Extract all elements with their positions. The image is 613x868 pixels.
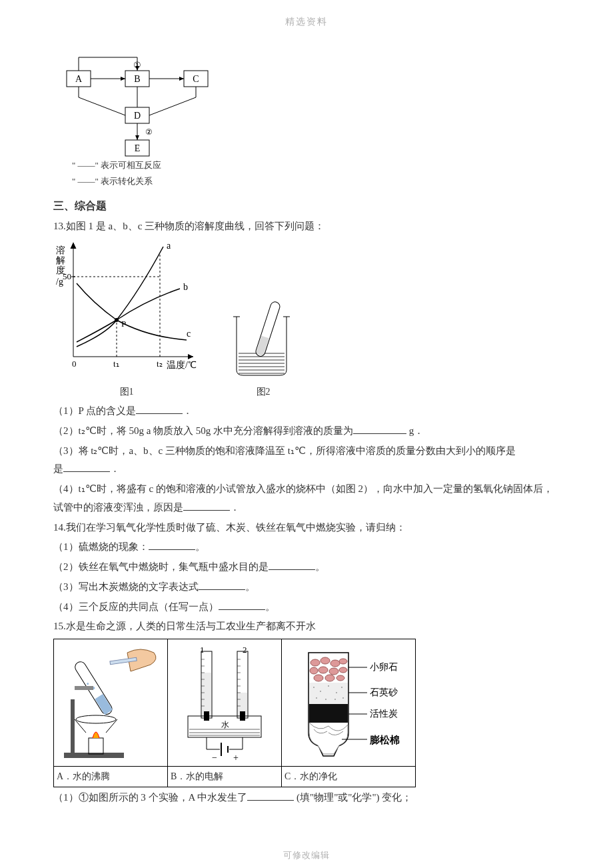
svg-line-53 — [75, 719, 86, 733]
svg-point-37 — [115, 318, 119, 322]
svg-point-95 — [320, 657, 330, 664]
svg-text:A: A — [75, 74, 83, 84]
flow-diagram-svg: A B C D E ① ② — [53, 51, 227, 157]
q13-p4: （4）t₁℃时，将盛有 c 的饱和溶液的小试管放入盛水的烧杯中（如图 2），向水… — [53, 480, 560, 517]
svg-text:−: − — [212, 753, 217, 763]
svg-text:C: C — [193, 74, 199, 84]
page-header-note: 精选资料 — [53, 13, 560, 31]
svg-point-103 — [325, 675, 334, 681]
svg-point-114 — [342, 697, 344, 699]
q15-stem: 15.水是生命之源，人类的日常生活与工农业生产都离不开水 — [53, 617, 560, 636]
svg-line-54 — [106, 719, 117, 733]
svg-point-109 — [336, 692, 337, 693]
svg-point-104 — [336, 675, 344, 681]
q14-p2-blank[interactable] — [269, 559, 315, 570]
q14-p1: （1）硫燃烧的现象：。 — [53, 538, 560, 557]
flow-diagram: A B C D E ① ② " ——" 表示可相互反应 " ——" 表示转化关 — [53, 51, 560, 189]
q13-p3-end: ． — [110, 463, 120, 474]
svg-text:t₁: t₁ — [113, 359, 119, 369]
filter-label-pebble: 小卵石 — [370, 662, 398, 672]
svg-text:a: a — [167, 241, 171, 251]
svg-marker-20 — [188, 354, 193, 359]
q15-cap-b: B．水的电解 — [168, 767, 282, 787]
q13-fig2-caption: 图2 — [227, 383, 300, 401]
q14-p3-end: 。 — [245, 581, 255, 592]
svg-text:E: E — [135, 143, 141, 153]
q13-p2-blank[interactable] — [353, 423, 406, 434]
boiling-water-icon — [54, 639, 167, 766]
q13-p4-end: ． — [230, 502, 240, 513]
q15-cell-b: 1 2 水 — [168, 639, 282, 767]
q13-p4-text: （4）t₁℃时，将盛有 c 的饱和溶液的小试管放入盛水的烧杯中（如图 2），向水… — [53, 483, 553, 513]
svg-text:0: 0 — [72, 359, 77, 369]
filter-label-charcoal: 活性炭 — [370, 709, 398, 719]
q14-p3-blank[interactable] — [199, 579, 245, 590]
svg-point-112 — [325, 699, 326, 700]
svg-text:水: 水 — [221, 720, 229, 729]
q14-p3: （3）写出木炭燃烧的文字表达式。 — [53, 578, 560, 597]
q13-figure-1: 溶 解 度 /g 50 0 t₁ t₂ a b — [53, 237, 200, 401]
svg-text:+: + — [233, 753, 239, 763]
q13-fig1-caption: 图1 — [53, 383, 200, 401]
q13-p1: （1）P 点的含义是． — [53, 402, 560, 421]
q13-figure-2: 图2 — [227, 290, 300, 401]
svg-point-96 — [330, 660, 340, 667]
q13-p4-blank[interactable] — [183, 500, 230, 511]
q14-p1-blank[interactable] — [149, 539, 195, 550]
q14-p2: （2）铁丝在氧气中燃烧时，集气瓶中盛水目的是。 — [53, 558, 560, 577]
water-filter-icon: 小卵石 石英砂 活性炭 膨松棉 — [282, 639, 415, 766]
svg-text:50: 50 — [63, 271, 71, 281]
q13-p1-text: （1）P 点的含义是 — [53, 405, 136, 416]
q14-p4-text: （4）三个反应的共同点（任写一点） — [53, 601, 219, 612]
q13-p1-blank[interactable] — [136, 403, 183, 414]
svg-point-100 — [329, 668, 338, 675]
filter-label-sand: 石英砂 — [370, 687, 398, 697]
svg-text:解: 解 — [56, 255, 65, 265]
q15-p1-blank[interactable] — [247, 790, 294, 801]
diagram-legend-line-1: " ——" 表示可相互反应 — [72, 157, 560, 173]
q15-cap-c: C．水的净化 — [282, 767, 416, 787]
q14-p2-text: （2）铁丝在氧气中燃烧时，集气瓶中盛水目的是 — [53, 561, 269, 572]
svg-rect-115 — [309, 704, 348, 723]
q14-p4-blank[interactable] — [219, 599, 265, 610]
svg-text:②: ② — [145, 127, 153, 137]
q13-stem: 13.如图 1 是 a、b、c 三种物质的溶解度曲线，回答下列问题： — [53, 217, 560, 236]
q13-p3-text: （3）将 t₂℃时，a、b、c 三种物质的饱和溶液降温至 t₁℃，所得溶液中溶质… — [53, 445, 516, 456]
q15-p1-text: （1）①如图所示的 3 个实验，A 中水发生了 — [53, 792, 247, 803]
svg-point-98 — [310, 667, 318, 674]
q14-p1-end: 。 — [195, 541, 205, 552]
q13-p1-end: ． — [183, 405, 193, 416]
section-3-title: 三、综合题 — [53, 196, 560, 216]
svg-point-99 — [318, 667, 328, 673]
svg-point-52 — [76, 715, 116, 723]
q15-p1-end: (填"物理"或"化学") 变化； — [297, 792, 412, 803]
q14-p3-text: （3）写出木炭燃烧的文字表达式 — [53, 581, 199, 592]
svg-rect-86 — [202, 673, 211, 717]
q13-p2-unit: g． — [409, 425, 424, 436]
svg-point-101 — [339, 667, 347, 673]
svg-text:t₂: t₂ — [157, 359, 163, 369]
q13-p3: （3）将 t₂℃时，a、b、c 三种物质的饱和溶液降温至 t₁℃，所得溶液中溶质… — [53, 442, 560, 479]
q15-cap-a: A．水的沸腾 — [54, 767, 168, 787]
svg-text:溶: 溶 — [56, 245, 65, 255]
q14-p1-text: （1）硫燃烧的现象： — [53, 541, 149, 552]
q15-cell-c: 小卵石 石英砂 活性炭 膨松棉 — [282, 639, 416, 767]
diagram-legend-arrow: " ——" 表示转化关系 — [72, 173, 560, 189]
svg-point-97 — [339, 659, 347, 664]
svg-point-107 — [320, 691, 321, 692]
svg-point-108 — [328, 685, 329, 687]
electrolysis-icon: 1 2 水 — [168, 639, 281, 766]
q14-p4: （4）三个反应的共同点（任写一点）。 — [53, 598, 560, 617]
svg-rect-59 — [75, 686, 93, 690]
q15-cell-a — [54, 639, 168, 767]
svg-text:温度/℃: 温度/℃ — [167, 360, 197, 370]
svg-text:B: B — [134, 74, 140, 84]
q13-p3-cont: 是 — [53, 463, 63, 474]
svg-rect-89 — [240, 711, 245, 721]
svg-point-113 — [334, 699, 336, 700]
q13-p3-blank[interactable] — [63, 461, 110, 472]
svg-text:b: b — [183, 282, 188, 292]
filter-label-cotton: 膨松棉 — [369, 735, 400, 745]
q14-p4-end: 。 — [265, 601, 275, 612]
svg-rect-88 — [204, 711, 209, 721]
